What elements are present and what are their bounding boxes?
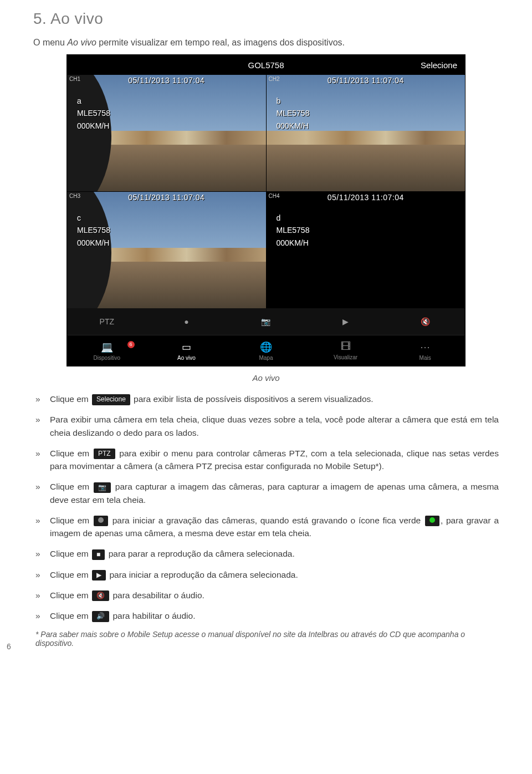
list-item: Clique em 🔊 para habilitar o áudio. (50, 609, 499, 622)
camera-icon: 📷 (94, 482, 111, 493)
intro-text: O menu Ao vivo permite visualizar em tem… (33, 38, 499, 48)
tab-label: Ao vivo (177, 355, 196, 361)
note-text: Para exibir uma câmera em tela cheia, cl… (50, 415, 499, 437)
note-text: para parar a reprodução da câmera seleci… (106, 549, 294, 558)
more-icon: ⋯ (420, 341, 430, 353)
cam-tag: d (277, 212, 310, 224)
list-item: Clique em ■ para parar a reprodução da c… (50, 547, 499, 560)
note-text: Clique em (50, 570, 91, 579)
list-item: Clique em para iniciar a gravação das câ… (50, 514, 499, 540)
note-text: Clique em (50, 394, 91, 404)
list-item: Clique em ▶ para iniciar a reprodução da… (50, 568, 499, 581)
camera-toolbar: PTZ ● 📷 ▶ 🔇 (67, 308, 465, 335)
tab-ao-vivo[interactable]: ▭ Ao vivo (147, 341, 227, 361)
cam-timestamp: 05/11/2013 11:07:04 (267, 76, 466, 85)
topbar-selecione[interactable]: Selecione (413, 60, 457, 70)
cam-device: MLE5758 (277, 224, 310, 236)
note-text: Clique em (50, 449, 93, 458)
note-text: Clique em (50, 549, 91, 558)
globe-icon: 🌐 (260, 341, 272, 353)
camera-grid: CH1 05/11/2013 11:07:04 a MLE5758 000KM/… (67, 75, 465, 308)
app-tabbar: 6 💻 Dispositivo ▭ Ao vivo 🌐 Mapa 🎞 Visua… (67, 335, 465, 366)
ptz-icon: PTZ (94, 449, 115, 459)
page-number: 6 (7, 642, 11, 651)
cam-speed: 000KM/H (277, 120, 310, 132)
list-item: Para exibir uma câmera em tela cheia, cl… (50, 413, 499, 439)
playback-icon: 🎞 (341, 341, 351, 353)
note-text: Clique em (50, 516, 93, 525)
list-item: Clique em 🔇 para desabilitar o áudio. (50, 589, 499, 602)
list-item: Clique em 📷 para capturar a imagem das c… (50, 480, 499, 506)
camera-cell[interactable]: CH2 05/11/2013 11:07:04 b MLE5758 000KM/… (267, 75, 466, 191)
toolbar-ptz-button[interactable]: PTZ (67, 317, 147, 326)
cam-timestamp: 05/11/2013 11:07:04 (267, 193, 466, 202)
toolbar-record-button[interactable]: ● (147, 317, 227, 326)
monitor-icon: ▭ (182, 341, 191, 353)
list-item: Clique em Selecione para exibir lista de… (50, 393, 499, 405)
camera-cell[interactable]: CH1 05/11/2013 11:07:04 a MLE5758 000KM/… (67, 75, 266, 191)
camera-cell[interactable]: CH4 05/11/2013 11:07:04 d MLE5758 000KM/… (267, 192, 466, 308)
note-text: Clique em (50, 611, 91, 620)
toolbar-play-button[interactable]: ▶ (306, 317, 386, 326)
cam-device: MLE5758 (277, 107, 310, 119)
tab-label: Mais (420, 355, 431, 361)
screenshot-caption: Ao vivo (33, 373, 499, 383)
cam-speed: 000KM/H (77, 237, 110, 249)
cam-tag: c (77, 212, 110, 224)
instruction-list: Clique em Selecione para exibir lista de… (33, 393, 499, 622)
intro-em: Ao vivo (67, 38, 96, 47)
toolbar-mute-button[interactable]: 🔇 (385, 317, 465, 326)
tab-label: Dispositivo (94, 355, 120, 361)
list-item: Clique em PTZ para exibir o menu para co… (50, 447, 499, 473)
device-badge: 6 (127, 341, 135, 348)
tab-dispositivo[interactable]: 6 💻 Dispositivo (67, 341, 147, 361)
note-text: para desabilitar o áudio. (110, 590, 204, 600)
cam-osd: a MLE5758 000KM/H (77, 95, 110, 132)
footnote: * Para saber mais sobre o Mobile Setup a… (33, 630, 499, 648)
note-text: Clique em (50, 590, 91, 600)
tab-label: Visualizar (334, 354, 357, 360)
topbar-title: GOL5758 (248, 60, 284, 70)
tab-visualizar[interactable]: 🎞 Visualizar (306, 341, 386, 360)
cam-tag: b (277, 95, 310, 107)
note-text: para iniciar a reprodução da câmera sele… (107, 570, 298, 579)
note-text: para iniciar a gravação das câmeras, qua… (109, 516, 424, 525)
cam-tag: a (77, 95, 110, 107)
cam-speed: 000KM/H (77, 120, 110, 132)
play-icon: ▶ (92, 570, 106, 580)
device-icon: 💻 (101, 341, 113, 353)
note-text: para habilitar o áudio. (110, 611, 195, 620)
tab-mais[interactable]: ⋯ Mais (385, 341, 465, 361)
app-topbar: GOL5758 Selecione (67, 55, 465, 75)
section-title: 5. Ao vivo (33, 10, 499, 28)
intro-after: permite visualizar em tempo real, as ima… (96, 38, 345, 47)
record-active-icon (425, 516, 439, 526)
cam-osd: d MLE5758 000KM/H (277, 212, 310, 249)
cam-speed: 000KM/H (277, 237, 310, 249)
note-text: para exibir o menu para controlar câmera… (50, 449, 499, 471)
tab-mapa[interactable]: 🌐 Mapa (226, 341, 306, 361)
intro-before: O menu (33, 38, 67, 47)
app-screenshot: GOL5758 Selecione CH1 05/11/2013 11:07:0… (66, 54, 466, 366)
note-text: Clique em (50, 482, 93, 491)
camera-cell[interactable]: CH3 05/11/2013 11:07:04 c MLE5758 000KM/… (67, 192, 266, 308)
selecione-icon: Selecione (92, 394, 130, 405)
mute-icon: 🔇 (92, 590, 109, 601)
sound-icon: 🔊 (92, 611, 109, 622)
cam-timestamp: 05/11/2013 11:07:04 (67, 193, 266, 202)
cam-device: MLE5758 (77, 224, 110, 236)
note-text: para capturar a imagem das câmeras, para… (50, 482, 499, 504)
cam-osd: b MLE5758 000KM/H (277, 95, 310, 132)
record-icon (94, 516, 108, 526)
cam-osd: c MLE5758 000KM/H (77, 212, 110, 249)
toolbar-snapshot-button[interactable]: 📷 (226, 317, 306, 326)
cam-timestamp: 05/11/2013 11:07:04 (67, 76, 266, 85)
stop-icon: ■ (92, 549, 105, 560)
note-text: para exibir lista de possíveis dispositi… (131, 394, 374, 404)
tab-label: Mapa (259, 355, 273, 361)
cam-device: MLE5758 (77, 107, 110, 119)
